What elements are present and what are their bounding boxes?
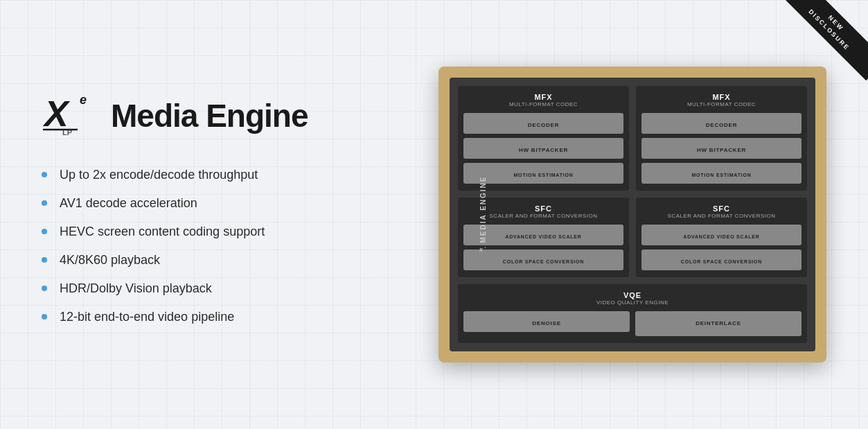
sfc-right-scaler: ADVANCED VIDEO SCALER xyxy=(641,225,801,245)
mfx-left-motion-text: MOTION ESTIMATION xyxy=(513,173,573,177)
vqe-denoise: DENOISE xyxy=(463,311,630,332)
mfx-right-block: MFX MULTI-FORMAT CODEC DECODER HW BITPAC… xyxy=(636,86,807,191)
vqe-denoise-text: DENOISE xyxy=(532,320,561,326)
vqe-header: VQE VIDEO QUALITY ENGINE xyxy=(463,291,801,306)
sfc-left-scaler-text: ADVANCED VIDEO SCALER xyxy=(505,234,581,239)
vqe-deinterlace-text: DEINTERLACE xyxy=(696,320,741,326)
svg-text:e: e xyxy=(80,93,87,107)
mfx-right-bitpacker: HW BITPACKER xyxy=(641,138,801,159)
mfx-right-decoder-text: DECODER xyxy=(706,122,738,128)
vqe-block: VQE VIDEO QUALITY ENGINE DENOISE DEINTER… xyxy=(458,284,807,343)
vqe-title: VQE xyxy=(463,291,801,299)
sfc-left-color: COLOR SPACE CONVERSION xyxy=(463,249,623,270)
mfx-left-bitpacker-text: HW BITPACKER xyxy=(519,147,568,153)
sfc-right-subtitle: SCALER AND FORMAT CONVERSION xyxy=(641,213,801,219)
chip-inner: X e LP MEDIA ENGINE MFX MULTI-FORMAT COD… xyxy=(450,78,815,351)
mfx-right-subtitle: MULTI-FORMAT CODEC xyxy=(641,101,801,107)
mfx-right-header: MFX MULTI-FORMAT CODEC xyxy=(641,93,801,107)
bullet-icon xyxy=(42,229,47,234)
list-item: 12-bit end-to-end video pipeline xyxy=(42,310,411,324)
main-content: X e LP Media Engine Up to 2x encode/deco… xyxy=(0,0,868,429)
bullet-icon xyxy=(42,257,47,263)
svg-text:X: X xyxy=(479,247,483,253)
bullet-icon xyxy=(42,172,47,177)
chip-outer: X e LP MEDIA ENGINE MFX MULTI-FORMAT COD… xyxy=(439,67,826,362)
chip-diagram: X e LP MEDIA ENGINE MFX MULTI-FORMAT COD… xyxy=(439,67,826,362)
sfc-right-color: COLOR SPACE CONVERSION xyxy=(641,249,801,270)
bullet-icon xyxy=(42,314,47,319)
list-item-text: Up to 2x encode/decode throughput xyxy=(60,168,258,182)
xe-logo: X e LP xyxy=(42,91,97,140)
sfc-right-block: SFC SCALER AND FORMAT CONVERSION ADVANCE… xyxy=(636,198,807,277)
mfx-right-bitpacker-text: HW BITPACKER xyxy=(697,147,746,153)
vqe-subtitle: VIDEO QUALITY ENGINE xyxy=(463,299,801,306)
sfc-left-scaler: ADVANCED VIDEO SCALER xyxy=(463,225,623,245)
feature-list: Up to 2x encode/decode throughput AV1 de… xyxy=(42,168,411,324)
list-item-text: HDR/Dolby Vision playback xyxy=(60,281,212,296)
mfx-right-decoder: DECODER xyxy=(641,113,801,134)
mfx-left-title: MFX xyxy=(463,93,623,101)
sfc-row: SFC SCALER AND FORMAT CONVERSION ADVANCE… xyxy=(458,198,807,277)
mfx-left-decoder: DECODER xyxy=(463,113,623,134)
mfx-right-motion: MOTION ESTIMATION xyxy=(641,163,801,184)
list-item: HEVC screen content coding support xyxy=(42,225,411,239)
list-item: AV1 decode acceleration xyxy=(42,196,411,211)
bullet-icon xyxy=(42,200,47,206)
sfc-left-header: SFC SCALER AND FORMAT CONVERSION xyxy=(463,204,623,219)
mfx-left-header: MFX MULTI-FORMAT CODEC xyxy=(463,93,623,107)
mfx-row: MFX MULTI-FORMAT CODEC DECODER HW BITPAC… xyxy=(458,86,807,191)
bullet-icon xyxy=(42,286,47,291)
mfx-right-motion-text: MOTION ESTIMATION xyxy=(691,173,751,177)
list-item: 4K/8K60 playback xyxy=(42,253,411,268)
sfc-left-subtitle: SCALER AND FORMAT CONVERSION xyxy=(463,213,623,219)
page-title: Media Engine xyxy=(111,97,308,134)
mfx-left-subtitle: MULTI-FORMAT CODEC xyxy=(463,101,623,107)
sfc-right-scaler-text: ADVANCED VIDEO SCALER xyxy=(683,234,759,239)
mfx-left-motion: MOTION ESTIMATION xyxy=(463,163,623,184)
sfc-left-color-text: COLOR SPACE CONVERSION xyxy=(503,259,584,264)
sfc-right-header: SFC SCALER AND FORMAT CONVERSION xyxy=(641,204,801,219)
vqe-deinterlace: DEINTERLACE xyxy=(635,311,801,336)
list-item: HDR/Dolby Vision playback xyxy=(42,281,411,296)
chip-vertical-label: X e LP MEDIA ENGINE xyxy=(479,175,487,254)
sfc-right-color-text: COLOR SPACE CONVERSION xyxy=(681,259,762,264)
list-item-text: 4K/8K60 playback xyxy=(60,253,160,268)
sfc-right-title: SFC xyxy=(641,204,801,213)
mfx-left-bitpacker: HW BITPACKER xyxy=(463,138,623,159)
vqe-grid: DENOISE DEINTERLACE xyxy=(463,311,801,336)
list-item: Up to 2x encode/decode throughput xyxy=(42,168,411,182)
list-item-text: 12-bit end-to-end video pipeline xyxy=(60,310,234,324)
mfx-left-decoder-text: DECODER xyxy=(528,122,560,128)
vertical-label-text: MEDIA ENGINE xyxy=(479,175,487,243)
svg-text:e: e xyxy=(485,247,486,249)
list-item-text: AV1 decode acceleration xyxy=(60,196,197,211)
mfx-right-title: MFX xyxy=(641,93,801,101)
sfc-left-title: SFC xyxy=(463,204,623,213)
left-panel: X e LP Media Engine Up to 2x encode/deco… xyxy=(42,91,439,338)
disclosure-ribbon: NEW DISCLOSURE xyxy=(778,0,868,90)
logo-title-row: X e LP Media Engine xyxy=(42,91,411,140)
list-item-text: HEVC screen content coding support xyxy=(60,225,265,239)
mfx-left-block: MFX MULTI-FORMAT CODEC DECODER HW BITPAC… xyxy=(458,86,629,191)
